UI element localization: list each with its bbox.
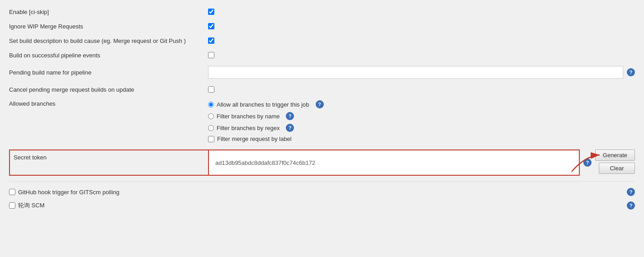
secret-token-section: Secret token ? Generate Clear <box>9 150 635 176</box>
filter-by-regex-radio[interactable] <box>208 125 214 131</box>
poll-scm-help-icon[interactable]: ? <box>627 201 635 210</box>
filter-by-name-help-icon[interactable]: ? <box>286 112 294 120</box>
ignore-wip-row: Ignore WIP Merge Requests <box>9 19 635 33</box>
build-on-success-label: Build on successful pipeline events <box>9 52 208 59</box>
pending-build-name-label: Pending build name for pipeline <box>9 69 208 76</box>
poll-scm-row: 轮询 SCM ? <box>9 199 635 212</box>
enable-ci-skip-row: Enable [ci-skip] <box>9 5 635 19</box>
pending-build-name-help-icon[interactable]: ? <box>627 68 635 76</box>
enable-ci-skip-control <box>208 9 635 15</box>
cancel-pending-label: Cancel pending merge request builds on u… <box>9 86 208 93</box>
filter-merge-label-checkbox[interactable] <box>208 136 214 142</box>
poll-scm-checkbox[interactable] <box>9 202 15 209</box>
secret-token-help-icon[interactable]: ? <box>583 159 592 167</box>
allow-all-row: Allow all branches to trigger this job ? <box>208 100 324 108</box>
github-hook-checkbox[interactable] <box>9 189 15 195</box>
pending-build-name-row: Pending build name for pipeline ? <box>9 62 635 82</box>
allowed-branches-options: Allow all branches to trigger this job ?… <box>208 100 324 142</box>
filter-by-regex-label: Filter branches by regex <box>217 125 279 131</box>
poll-scm-label: 轮询 SCM <box>18 201 45 210</box>
ignore-wip-checkbox[interactable] <box>208 23 214 29</box>
filter-by-name-label: Filter branches by name <box>217 113 279 120</box>
token-buttons: Generate Clear <box>595 150 635 176</box>
pending-build-name-input[interactable] <box>208 66 623 79</box>
poll-scm-label-wrap: 轮询 SCM <box>9 201 627 210</box>
allowed-branches-control: Allow all branches to trigger this job ?… <box>208 100 635 142</box>
allow-all-label: Allow all branches to trigger this job <box>217 101 309 108</box>
ignore-wip-control <box>208 23 635 29</box>
github-hook-row: GitHub hook trigger for GITScm polling ? <box>9 185 635 199</box>
allow-all-radio[interactable] <box>208 102 214 107</box>
enable-ci-skip-label: Enable [ci-skip] <box>9 9 208 15</box>
enable-ci-skip-checkbox[interactable] <box>208 9 214 15</box>
secret-token-label: Secret token <box>10 150 209 175</box>
cancel-pending-checkbox[interactable] <box>208 86 214 93</box>
secret-token-input-wrap <box>209 154 579 171</box>
set-build-desc-checkbox[interactable] <box>208 37 214 44</box>
filter-by-name-radio[interactable] <box>208 113 214 119</box>
set-build-desc-label: Set build description to build cause (eg… <box>9 37 208 44</box>
github-hook-label: GitHub hook trigger for GITScm polling <box>18 189 119 196</box>
build-on-success-row: Build on successful pipeline events <box>9 48 635 62</box>
secret-token-bordered: Secret token <box>9 150 580 176</box>
cancel-pending-row: Cancel pending merge request builds on u… <box>9 82 635 97</box>
build-on-success-control <box>208 52 635 58</box>
cancel-pending-control <box>208 86 635 93</box>
bottom-section: GitHub hook trigger for GITScm polling ?… <box>9 181 635 212</box>
clear-button[interactable]: Clear <box>599 163 635 174</box>
set-build-desc-control <box>208 37 635 44</box>
github-hook-label-wrap: GitHub hook trigger for GITScm polling <box>9 189 627 196</box>
filter-by-regex-help-icon[interactable]: ? <box>286 124 294 132</box>
generate-button[interactable]: Generate <box>595 150 635 161</box>
filter-by-name-row: Filter branches by name ? <box>208 112 324 120</box>
github-hook-help-icon[interactable]: ? <box>627 188 635 196</box>
allowed-branches-row: Allowed branches Allow all branches to t… <box>9 97 635 146</box>
filter-merge-label-label: Filter merge request by label <box>217 136 292 142</box>
set-build-desc-row: Set build description to build cause (eg… <box>9 33 635 48</box>
ignore-wip-label: Ignore WIP Merge Requests <box>9 23 208 30</box>
allowed-branches-label: Allowed branches <box>9 100 208 107</box>
build-on-success-checkbox[interactable] <box>208 52 214 58</box>
secret-token-input[interactable] <box>213 156 575 169</box>
filter-by-regex-row: Filter branches by regex ? <box>208 124 324 132</box>
filter-merge-label-row: Filter merge request by label <box>208 136 324 142</box>
pending-build-name-control: ? <box>208 66 635 79</box>
allow-all-help-icon[interactable]: ? <box>316 100 324 108</box>
